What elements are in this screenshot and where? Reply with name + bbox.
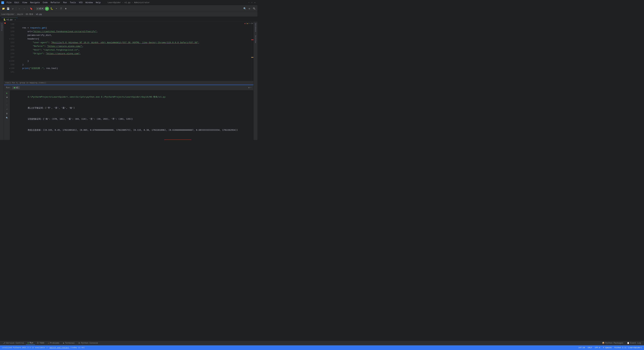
run-tab-v1[interactable]: v1 (12, 86, 20, 89)
menu-tools[interactable]: Tools (68, 1, 77, 4)
tab-v1py[interactable]: 🐍v1.py ✕ (1, 18, 18, 22)
open-project-btn[interactable]: 📁 (1, 7, 5, 11)
code-line-161 (17, 70, 249, 74)
close-button[interactable]: ✕ (254, 2, 256, 4)
run-tools-sep (7, 100, 7, 102)
run-config-selector[interactable]: ▶ v1 ▼ (36, 7, 44, 10)
line-num-159: 159 (7, 63, 14, 67)
window-title: LearnSpider - v1.py - Administrator (108, 2, 150, 4)
main-content-area: Project 148 149 150 151 ⊙ 152 153 154 1 (0, 22, 258, 140)
toolbar-separator-1 (16, 7, 16, 10)
code-line-149: res = requests.get( (17, 26, 249, 30)
app-logo (1, 1, 4, 4)
breadcrumb-day14[interactable]: day14 (17, 13, 23, 16)
line-num-157: 157 (7, 56, 14, 59)
run-panel-header: Run: v1 ⚙ — (4, 85, 254, 90)
clear-output-button[interactable]: 🗑 (5, 112, 9, 115)
run-tab-indicator (14, 87, 15, 88)
code-line-155: "Host": "captcha1.fengkongcloud.cn", (17, 48, 249, 52)
line-num-row-158: ⊙ 158 (7, 59, 14, 63)
run-panel-settings-icon[interactable]: ⚙ (248, 86, 250, 89)
code-line-158: } (17, 59, 249, 63)
breadcrumb-v1py[interactable]: v1.py (36, 13, 42, 16)
coverage-btn[interactable]: ☂ (54, 7, 58, 11)
sync-btn[interactable]: ↺ (11, 7, 15, 11)
menu-vcs[interactable]: VCS (78, 1, 84, 4)
scroll-to-end-button[interactable]: ↓ (5, 103, 9, 106)
code-line-154: "Referer": "https://secure.elong.com/", (17, 45, 249, 48)
plugins-btn[interactable]: 🔌 (252, 7, 256, 11)
debug-btn[interactable]: 🐛 (50, 7, 54, 11)
sciview-sidebar-label[interactable]: SciView (254, 35, 256, 43)
profile-btn[interactable]: ⏱ (59, 7, 63, 11)
menu-file[interactable]: File (5, 1, 13, 4)
database-sidebar-label[interactable]: Database (254, 23, 256, 32)
line-num-151: 151 (7, 34, 14, 37)
forward-btn[interactable]: → (22, 7, 26, 11)
run-output-line-1: E:\PycharmProjects\LearnSpider\.venv\Scr… (12, 91, 252, 102)
editor-bottom-bar: run() for k, group in mapping.items() (4, 81, 254, 85)
code-content[interactable]: res = requests.get( url="https://captcha… (15, 22, 251, 81)
rerun-button[interactable]: ▶ (5, 91, 9, 95)
breadcrumb-sep-2: › (24, 13, 25, 16)
search-everywhere-btn[interactable]: 🔍 (243, 7, 247, 11)
add-bookmark-btn[interactable]: 🔖 (29, 7, 33, 11)
menu-code[interactable]: Code (42, 1, 49, 4)
settings-btn[interactable]: ⚙ (247, 7, 252, 11)
menu-edit[interactable]: Edit (13, 1, 21, 4)
run-panel-minimize-icon[interactable]: — (250, 86, 252, 89)
menu-run[interactable]: Run (62, 1, 68, 4)
run-config-name: v1 (39, 8, 41, 10)
line-num-158: 158 (10, 59, 14, 63)
line-numbers: 148 149 150 151 ⊙ 152 153 154 155 156 15… (7, 22, 15, 81)
line-num-160: 160 (10, 67, 14, 70)
maximize-button[interactable]: □ (251, 2, 253, 4)
run-label: Run: (6, 87, 11, 89)
code-line-148 (17, 23, 249, 26)
stop-run-button[interactable]: ■ (5, 96, 9, 99)
run-output-line-2: 图上文字验证码：['早', '里', '索', '南'] (12, 102, 252, 113)
run-panel-left-tools: ▶ ■ ↓ ↩ 🗑 🔍 (4, 90, 10, 140)
menu-help[interactable]: Help (94, 1, 102, 4)
code-line-150: url="https://captcha1.fengkongcloud.cn/c… (17, 30, 249, 34)
run-output-path: E:\PycharmProjects\LearnSpider\.venv\Scr… (28, 96, 166, 98)
title-bar: File Edit View Navigate Code Refactor Ru… (0, 0, 258, 5)
menu-bar: File Edit View Navigate Code Refactor Ru… (5, 1, 102, 4)
line-num-153: 153 (7, 41, 14, 45)
line-num-149: 149 (7, 26, 14, 30)
code-line-151: params=verify_dict, (17, 34, 249, 37)
stripe-warning-1 (251, 57, 254, 58)
code-line-153: "user-agent": "Mozilla/5.0 (Windows NT 1… (17, 41, 249, 45)
error-stripe-badges: ▲2 ▲7 ✓14 (251, 23, 254, 25)
editor-tabs: 🐍v1.py ✕ (0, 17, 258, 22)
menu-navigate[interactable]: Navigate (29, 1, 41, 4)
breadcrumb-sep-1: › (15, 13, 16, 16)
filter-output-button[interactable]: 🔍 (5, 116, 9, 119)
title-bar-left: File Edit View Navigate Code Refactor Ru… (1, 1, 102, 4)
run-output-content[interactable]: E:\PycharmProjects\LearnSpider\.venv\Scr… (10, 90, 254, 140)
stop-btn[interactable]: ■ (64, 7, 68, 11)
menu-refactor[interactable]: Refactor (49, 1, 62, 4)
error-stripe-bar: ▲2 ▲7 ✓14 (251, 22, 254, 81)
code-line-159: ) (17, 63, 249, 67)
project-sidebar-label[interactable]: Project (1, 23, 3, 31)
run-output-line-4: 构造点选坐标：[[0.335, 0.45, 1702280181], [0.06… (12, 124, 252, 136)
run-panel: Run: v1 ⚙ — ▶ ■ ↓ ↩ � (4, 85, 254, 140)
line-num-156: 156 (7, 52, 14, 56)
breadcrumb-bottom: run() for k, group in mapping.items() (5, 82, 46, 84)
line-num-150: 150 (7, 30, 14, 34)
line-num-row-160: ⊙ 160 (7, 67, 14, 70)
run-button[interactable]: ▶ (45, 7, 49, 11)
left-sidebar: Project (0, 22, 4, 140)
breadcrumb-learnspider[interactable]: LearnSpider (1, 13, 14, 16)
toolbar-right: 🔍 ⚙ 🔌 (243, 7, 256, 11)
toolbar: 📁 💾 ↺ ← → 🔖 ▶ v1 ▼ ▶ 🐛 ☂ ⏱ ■ 🔍 ⚙ 🔌 (0, 5, 258, 12)
minimize-button[interactable]: ─ (248, 2, 250, 4)
toggle-word-wrap-button[interactable]: ↩ (5, 107, 9, 111)
menu-window[interactable]: Window (84, 1, 94, 4)
back-btn[interactable]: ← (18, 7, 22, 11)
save-btn[interactable]: 💾 (6, 7, 10, 11)
breadcrumb-06[interactable]: 06-整体 (26, 13, 34, 16)
menu-view[interactable]: View (21, 1, 28, 4)
line-num-148: 148 (7, 23, 14, 26)
